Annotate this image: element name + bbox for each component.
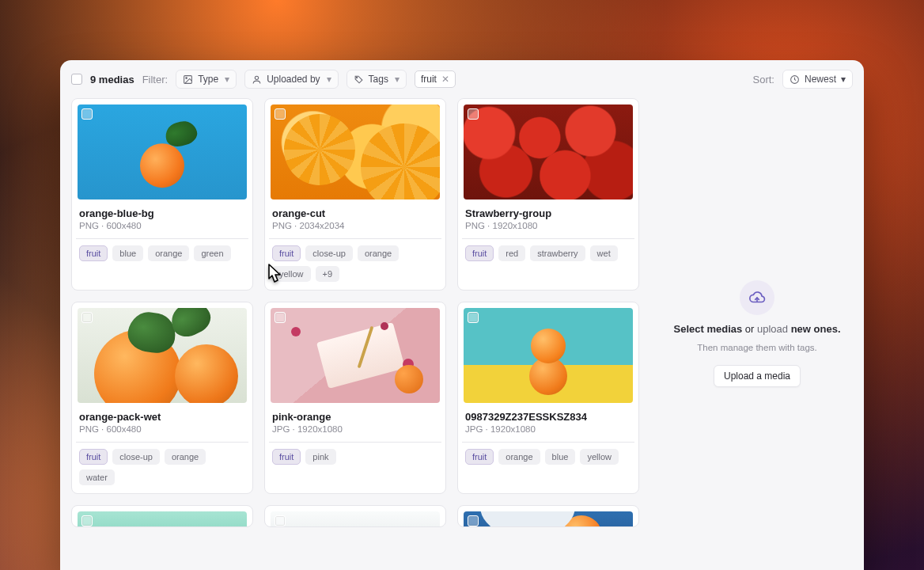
media-card[interactable]: orange-blue-bg PNG · 600x480 fruit blue … <box>71 98 253 291</box>
tag-row: fruit close-up orange yellow +9 <box>272 245 438 282</box>
tag[interactable]: red <box>498 245 525 261</box>
tag-row: fruit blue orange green <box>79 245 245 261</box>
sort-select[interactable]: Newest ▾ <box>782 70 853 89</box>
media-meta: PNG · 600x480 <box>79 221 245 230</box>
media-card[interactable] <box>71 505 253 527</box>
tag[interactable]: yellow <box>580 449 619 465</box>
tag[interactable]: green <box>194 245 230 261</box>
media-title: pink-orange <box>272 411 438 423</box>
card-checkbox[interactable] <box>468 515 479 526</box>
select-all-checkbox[interactable] <box>71 74 82 85</box>
side-headline-post: new ones. <box>788 323 840 335</box>
media-meta: PNG · 2034x2034 <box>272 221 438 230</box>
media-thumbnail[interactable] <box>271 511 440 527</box>
tag[interactable]: orange <box>498 449 540 465</box>
media-thumbnail[interactable] <box>78 308 247 403</box>
tag[interactable]: fruit <box>79 245 108 261</box>
tag-icon <box>354 74 364 85</box>
applied-filter-chip[interactable]: fruit ✕ <box>415 70 456 88</box>
media-thumbnail[interactable] <box>464 308 633 403</box>
card-checkbox[interactable] <box>275 515 286 526</box>
tag[interactable]: fruit <box>465 449 494 465</box>
media-card[interactable]: 0987329Z237ESSKSZ834 JPG · 1920x1080 fru… <box>457 302 639 494</box>
media-meta: PNG · 600x480 <box>79 424 245 434</box>
side-panel: Select medias or upload new ones. Then m… <box>650 97 864 570</box>
tag[interactable]: orange <box>148 245 189 261</box>
side-headline-or: or <box>742 323 757 335</box>
media-thumbnail[interactable] <box>464 104 633 200</box>
card-checkbox[interactable] <box>81 312 93 323</box>
media-title: Strawberry-group <box>465 207 631 219</box>
toolbar: 9 medias Filter: Type ▾ Uploaded by ▾ Ta… <box>60 60 864 97</box>
tag[interactable]: wet <box>590 245 618 261</box>
media-card[interactable] <box>457 505 639 527</box>
tag-row: fruit close-up orange water <box>79 449 245 485</box>
filter-tags[interactable]: Tags ▾ <box>346 70 407 89</box>
clock-icon <box>790 74 800 85</box>
dot-decoration <box>291 327 301 336</box>
tag-row: fruit red strawberry wet <box>465 245 631 261</box>
tag[interactable]: pink <box>305 449 335 465</box>
tag-row: fruit pink <box>272 449 438 465</box>
close-icon[interactable]: ✕ <box>441 74 449 84</box>
tag[interactable]: fruit <box>272 449 301 465</box>
media-thumbnail[interactable] <box>271 308 440 403</box>
media-meta: JPG · 1920x1080 <box>272 424 438 434</box>
media-card[interactable]: orange-cut PNG · 2034x2034 fruit close-u… <box>264 98 446 291</box>
tag[interactable]: yellow <box>272 266 311 282</box>
divider <box>269 442 441 443</box>
card-checkbox[interactable] <box>275 108 286 120</box>
tag[interactable]: blue <box>112 245 143 261</box>
divider <box>76 238 248 239</box>
filter-uploaded-by-label: Uploaded by <box>267 74 320 85</box>
tag[interactable]: orange <box>165 449 206 465</box>
media-thumbnail[interactable] <box>271 104 440 200</box>
filter-type-label: Type <box>198 74 218 85</box>
card-checkbox[interactable] <box>468 312 479 323</box>
card-checkbox[interactable] <box>275 312 286 323</box>
tag[interactable]: fruit <box>272 245 301 261</box>
media-title: orange-cut <box>272 207 438 219</box>
tag[interactable]: orange <box>358 245 399 261</box>
media-title: 0987329Z237ESSKSZ834 <box>465 411 631 423</box>
tag[interactable]: blue <box>545 449 576 465</box>
media-card[interactable]: pink-orange JPG · 1920x1080 fruit pink <box>264 302 446 494</box>
sort-value: Newest <box>805 74 836 85</box>
filter-label: Filter: <box>142 74 169 86</box>
media-card[interactable]: Strawberry-group PNG · 1920x1080 fruit r… <box>457 98 639 291</box>
side-headline: Select medias or upload new ones. <box>673 323 840 335</box>
media-thumbnail[interactable] <box>78 104 247 200</box>
media-thumbnail[interactable] <box>78 511 247 527</box>
card-checkbox[interactable] <box>81 108 93 120</box>
card-checkbox[interactable] <box>468 108 479 120</box>
tag[interactable]: close-up <box>305 245 353 261</box>
media-meta: PNG · 1920x1080 <box>465 221 631 230</box>
media-grid: orange-blue-bg PNG · 600x480 fruit blue … <box>71 98 639 527</box>
grid-container: orange-blue-bg PNG · 600x480 fruit blue … <box>60 97 650 570</box>
card-checkbox[interactable] <box>81 515 93 526</box>
svg-point-3 <box>356 77 357 78</box>
media-count: 9 medias <box>90 74 134 86</box>
dot-decoration <box>381 322 388 330</box>
sort-label: Sort: <box>753 74 774 86</box>
media-title: orange-pack-wet <box>79 411 245 423</box>
applied-filter-label: fruit <box>421 74 437 85</box>
side-subtext: Then manage them with tags. <box>697 343 817 352</box>
main-content: orange-blue-bg PNG · 600x480 fruit blue … <box>60 97 864 570</box>
upload-button[interactable]: Upload a media <box>714 365 801 387</box>
media-card[interactable] <box>264 505 446 527</box>
tag[interactable]: fruit <box>79 449 108 465</box>
media-card[interactable]: orange-pack-wet PNG · 600x480 fruit clos… <box>71 302 253 494</box>
tag[interactable]: close-up <box>112 449 160 465</box>
media-thumbnail[interactable] <box>464 511 633 527</box>
tag[interactable]: strawberry <box>530 245 585 261</box>
tag-more[interactable]: +9 <box>316 266 340 282</box>
upload-cloud-icon <box>740 280 774 315</box>
tag[interactable]: water <box>79 469 115 485</box>
filter-uploaded-by[interactable]: Uploaded by ▾ <box>244 70 338 89</box>
filter-type[interactable]: Type ▾ <box>176 70 237 89</box>
divider <box>76 442 248 443</box>
stick-decoration <box>357 325 373 368</box>
tag[interactable]: fruit <box>465 245 494 261</box>
upload-link[interactable]: upload <box>757 323 788 335</box>
